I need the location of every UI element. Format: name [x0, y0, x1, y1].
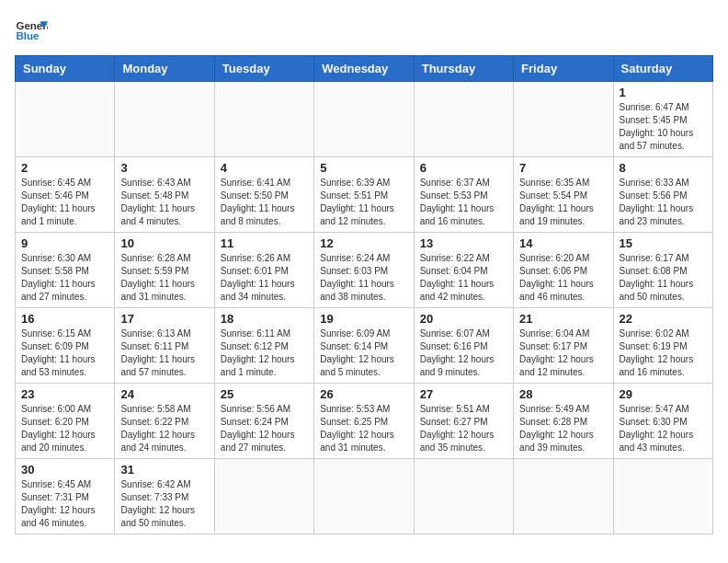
weekday-header-sunday: Sunday — [16, 56, 115, 82]
day-info: Sunrise: 6:00 AM Sunset: 6:20 PM Dayligh… — [21, 403, 108, 454]
calendar-cell — [613, 459, 712, 534]
calendar-cell: 31Sunrise: 6:42 AM Sunset: 7:33 PM Dayli… — [115, 459, 214, 534]
day-info: Sunrise: 5:51 AM Sunset: 6:27 PM Dayligh… — [420, 403, 507, 454]
day-number: 1 — [620, 86, 707, 99]
day-number: 17 — [120, 312, 208, 326]
calendar-cell: 5Sunrise: 6:39 AM Sunset: 5:51 PM Daylig… — [314, 157, 414, 233]
logo-icon: General Blue — [15, 15, 48, 48]
day-number: 27 — [420, 387, 507, 401]
day-info: Sunrise: 6:35 AM Sunset: 5:54 PM Dayligh… — [519, 177, 607, 228]
calendar-cell: 3Sunrise: 6:43 AM Sunset: 5:48 PM Daylig… — [115, 157, 214, 233]
day-number: 15 — [620, 236, 707, 250]
calendar-cell: 4Sunrise: 6:41 AM Sunset: 5:50 PM Daylig… — [214, 157, 313, 233]
day-number: 4 — [221, 161, 308, 175]
day-number: 2 — [21, 161, 108, 175]
week-row-3: 9Sunrise: 6:30 AM Sunset: 5:58 PM Daylig… — [16, 233, 713, 308]
day-number: 11 — [221, 236, 308, 250]
week-row-2: 2Sunrise: 6:45 AM Sunset: 5:46 PM Daylig… — [16, 157, 713, 233]
day-number: 14 — [519, 236, 607, 250]
calendar-cell — [414, 459, 513, 534]
weekday-header-monday: Monday — [115, 56, 214, 82]
calendar-cell: 29Sunrise: 5:47 AM Sunset: 6:30 PM Dayli… — [613, 384, 712, 459]
day-number: 24 — [120, 387, 208, 401]
day-info: Sunrise: 6:45 AM Sunset: 5:46 PM Dayligh… — [21, 177, 108, 228]
calendar-cell — [514, 459, 613, 534]
day-info: Sunrise: 6:13 AM Sunset: 6:11 PM Dayligh… — [120, 327, 208, 379]
day-info: Sunrise: 6:15 AM Sunset: 6:09 PM Dayligh… — [21, 327, 108, 379]
day-info: Sunrise: 6:43 AM Sunset: 5:48 PM Dayligh… — [120, 177, 208, 228]
week-row-4: 16Sunrise: 6:15 AM Sunset: 6:09 PM Dayli… — [16, 308, 713, 384]
svg-text:Blue: Blue — [16, 30, 40, 41]
calendar-cell: 14Sunrise: 6:20 AM Sunset: 6:06 PM Dayli… — [514, 233, 613, 308]
day-info: Sunrise: 6:37 AM Sunset: 5:53 PM Dayligh… — [420, 177, 507, 228]
day-info: Sunrise: 5:47 AM Sunset: 6:30 PM Dayligh… — [620, 403, 707, 454]
day-number: 31 — [120, 463, 208, 477]
day-info: Sunrise: 6:39 AM Sunset: 5:51 PM Dayligh… — [320, 177, 407, 228]
day-number: 21 — [519, 312, 607, 326]
week-row-6: 30Sunrise: 6:45 AM Sunset: 7:31 PM Dayli… — [16, 459, 713, 534]
day-number: 18 — [221, 312, 308, 326]
calendar-cell: 10Sunrise: 6:28 AM Sunset: 5:59 PM Dayli… — [115, 233, 214, 308]
day-info: Sunrise: 6:17 AM Sunset: 6:08 PM Dayligh… — [620, 252, 707, 304]
calendar-cell: 7Sunrise: 6:35 AM Sunset: 5:54 PM Daylig… — [514, 157, 613, 233]
calendar-cell — [414, 82, 513, 157]
day-info: Sunrise: 6:07 AM Sunset: 6:16 PM Dayligh… — [420, 327, 507, 379]
week-row-1: 1Sunrise: 6:47 AM Sunset: 5:45 PM Daylig… — [16, 82, 713, 157]
day-info: Sunrise: 5:58 AM Sunset: 6:22 PM Dayligh… — [120, 403, 208, 454]
day-info: Sunrise: 6:22 AM Sunset: 6:04 PM Dayligh… — [420, 252, 507, 304]
day-number: 16 — [21, 312, 108, 326]
calendar-cell: 19Sunrise: 6:09 AM Sunset: 6:14 PM Dayli… — [314, 308, 414, 384]
weekday-header-saturday: Saturday — [613, 56, 712, 82]
weekday-header-row: SundayMondayTuesdayWednesdayThursdayFrid… — [16, 56, 713, 82]
day-info: Sunrise: 6:02 AM Sunset: 6:19 PM Dayligh… — [620, 327, 707, 379]
logo: General Blue — [15, 15, 48, 48]
calendar-cell: 26Sunrise: 5:53 AM Sunset: 6:25 PM Dayli… — [314, 384, 414, 459]
calendar-cell: 11Sunrise: 6:26 AM Sunset: 6:01 PM Dayli… — [214, 233, 313, 308]
calendar-cell — [214, 459, 313, 534]
day-info: Sunrise: 6:04 AM Sunset: 6:17 PM Dayligh… — [519, 327, 607, 379]
calendar-cell: 17Sunrise: 6:13 AM Sunset: 6:11 PM Dayli… — [115, 308, 214, 384]
calendar-cell: 30Sunrise: 6:45 AM Sunset: 7:31 PM Dayli… — [16, 459, 115, 534]
weekday-header-friday: Friday — [514, 56, 613, 82]
day-info: Sunrise: 6:45 AM Sunset: 7:31 PM Dayligh… — [21, 478, 108, 530]
day-info: Sunrise: 6:28 AM Sunset: 5:59 PM Dayligh… — [120, 252, 208, 304]
calendar-cell — [16, 82, 115, 157]
weekday-header-wednesday: Wednesday — [314, 56, 414, 82]
calendar-cell: 20Sunrise: 6:07 AM Sunset: 6:16 PM Dayli… — [414, 308, 513, 384]
day-number: 13 — [420, 236, 507, 250]
day-number: 26 — [320, 387, 407, 401]
day-info: Sunrise: 6:26 AM Sunset: 6:01 PM Dayligh… — [221, 252, 308, 304]
calendar-cell: 9Sunrise: 6:30 AM Sunset: 5:58 PM Daylig… — [16, 233, 115, 308]
page-header: General Blue — [15, 15, 713, 48]
day-info: Sunrise: 6:33 AM Sunset: 5:56 PM Dayligh… — [620, 177, 707, 228]
calendar-cell: 21Sunrise: 6:04 AM Sunset: 6:17 PM Dayli… — [514, 308, 613, 384]
calendar-cell: 27Sunrise: 5:51 AM Sunset: 6:27 PM Dayli… — [414, 384, 513, 459]
calendar-cell: 1Sunrise: 6:47 AM Sunset: 5:45 PM Daylig… — [613, 82, 712, 157]
day-info: Sunrise: 6:24 AM Sunset: 6:03 PM Dayligh… — [320, 252, 407, 304]
calendar-cell: 13Sunrise: 6:22 AM Sunset: 6:04 PM Dayli… — [414, 233, 513, 308]
day-number: 22 — [620, 312, 707, 326]
week-row-5: 23Sunrise: 6:00 AM Sunset: 6:20 PM Dayli… — [16, 384, 713, 459]
calendar-cell: 8Sunrise: 6:33 AM Sunset: 5:56 PM Daylig… — [613, 157, 712, 233]
day-number: 8 — [620, 161, 707, 175]
day-info: Sunrise: 6:41 AM Sunset: 5:50 PM Dayligh… — [221, 177, 308, 228]
calendar-table: SundayMondayTuesdayWednesdayThursdayFrid… — [15, 55, 713, 534]
calendar-cell: 23Sunrise: 6:00 AM Sunset: 6:20 PM Dayli… — [16, 384, 115, 459]
day-number: 10 — [120, 236, 208, 250]
calendar-cell — [214, 82, 313, 157]
calendar-cell: 18Sunrise: 6:11 AM Sunset: 6:12 PM Dayli… — [214, 308, 313, 384]
day-number: 30 — [21, 463, 108, 477]
calendar-cell: 16Sunrise: 6:15 AM Sunset: 6:09 PM Dayli… — [16, 308, 115, 384]
calendar-cell: 6Sunrise: 6:37 AM Sunset: 5:53 PM Daylig… — [414, 157, 513, 233]
weekday-header-tuesday: Tuesday — [214, 56, 313, 82]
calendar-cell — [514, 82, 613, 157]
calendar-cell: 12Sunrise: 6:24 AM Sunset: 6:03 PM Dayli… — [314, 233, 414, 308]
calendar-cell — [115, 82, 214, 157]
day-info: Sunrise: 6:30 AM Sunset: 5:58 PM Dayligh… — [21, 252, 108, 304]
day-number: 28 — [519, 387, 607, 401]
day-number: 19 — [320, 312, 407, 326]
day-number: 12 — [320, 236, 407, 250]
weekday-header-thursday: Thursday — [414, 56, 513, 82]
day-number: 29 — [620, 387, 707, 401]
day-number: 23 — [21, 387, 108, 401]
